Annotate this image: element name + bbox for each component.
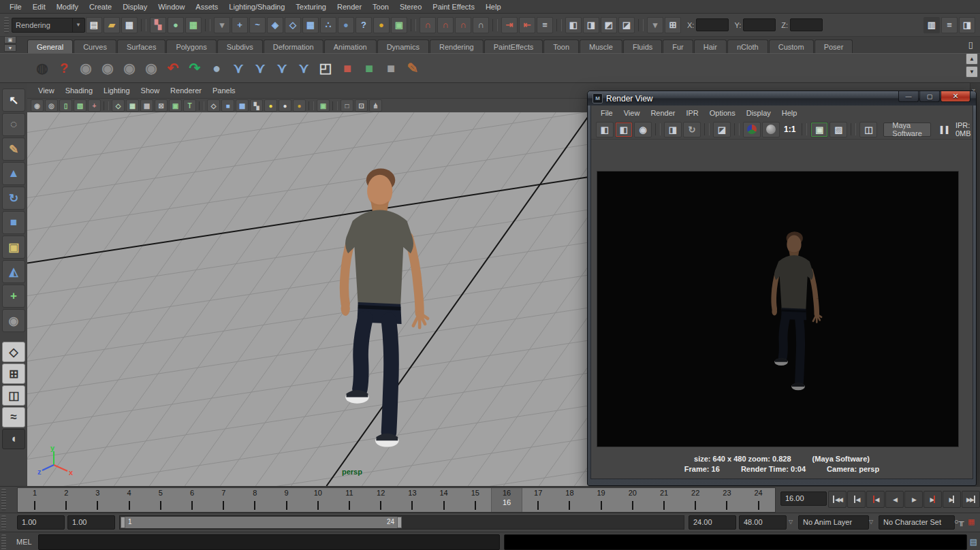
menu-texturing[interactable]: Texturing [290, 1, 332, 12]
paint-select-tool-icon[interactable]: ✎ [2, 138, 25, 161]
close-button[interactable]: ✕ [941, 91, 970, 102]
display-alpha-channel-icon[interactable] [762, 122, 780, 138]
open-render-settings-icon[interactable]: ▣ [810, 122, 828, 138]
shelf-tab-animation[interactable]: Animation [324, 39, 377, 53]
cluster-handle-1-icon[interactable]: ⋎ [227, 57, 249, 79]
play-backwards-icon[interactable]: ◀ [885, 491, 904, 508]
select-by-component-icon[interactable]: ▦ [185, 17, 202, 33]
step-back-frame-icon[interactable]: ◀ [847, 491, 866, 508]
snap-magnet-plane-icon[interactable]: ∩ [473, 17, 489, 33]
trash-icon[interactable]: ▯ [968, 39, 973, 50]
shelf-tab-dynamics[interactable]: Dynamics [377, 39, 429, 53]
menu-create[interactable]: Create [84, 1, 117, 12]
real-size-icon[interactable]: 1:1 [781, 123, 798, 137]
save-scene-icon[interactable]: ▦ [121, 17, 138, 33]
channel-box-icon[interactable]: ▥ [923, 17, 940, 33]
anim-layer-select[interactable]: No Anim Layer [798, 515, 869, 530]
ipr-render-icon[interactable]: ◨ [664, 122, 682, 138]
menu-shading[interactable]: Shading [60, 85, 98, 96]
playback-end-field[interactable]: 24.00 [689, 515, 736, 530]
auto-keyframe-icon[interactable]: ▦ [968, 517, 975, 526]
command-input[interactable] [38, 534, 500, 550]
snap-to-grid-icon[interactable]: + [232, 17, 248, 33]
menu-stereo[interactable]: Stereo [394, 1, 427, 12]
menu-options[interactable]: Options [704, 108, 741, 118]
chevron-down-icon[interactable]: ▽ [869, 519, 873, 525]
display-rgb-channels-icon[interactable] [743, 122, 761, 138]
animation-start-field[interactable]: 1.00 [17, 515, 65, 530]
command-line-grip[interactable] [1, 534, 6, 550]
menu-lighting-shading[interactable]: Lighting/Shading [223, 1, 290, 12]
textured-display-icon[interactable]: ▩ [236, 99, 249, 112]
frame-15[interactable]: 15 [460, 488, 491, 512]
make-live-icon[interactable]: ● [338, 17, 354, 33]
menu-ipr[interactable]: IPR [680, 108, 704, 118]
help-line-icon[interactable]: ? [355, 17, 372, 33]
refresh-ipr-icon[interactable]: ↻ [683, 122, 701, 138]
animation-end-field[interactable]: 48.00 [739, 515, 787, 530]
select-by-object-icon[interactable]: ● [168, 17, 184, 33]
shelf-tab-fluids[interactable]: Fluids [623, 39, 662, 53]
gate-mask-icon[interactable]: ▩ [140, 99, 153, 112]
cluster-handle-4-icon[interactable]: ⋎ [293, 57, 315, 79]
playback-start-field[interactable]: 1.00 [67, 515, 115, 530]
scroll-down-icon[interactable]: ▼ [966, 66, 978, 78]
quick-rename-icon[interactable]: ⊞ [665, 17, 681, 33]
menu-help[interactable]: Help [480, 1, 507, 12]
frame-23[interactable]: 23 [711, 488, 742, 512]
y-coordinate-field[interactable] [743, 18, 776, 31]
frame-11[interactable]: 11 [334, 488, 365, 512]
construction-history-icon[interactable]: ≡ [537, 17, 553, 33]
shelf-tab-subdivs[interactable]: Subdivs [217, 39, 263, 53]
render-view-titlebar[interactable]: M Render View — ▢ ✕ [588, 91, 976, 106]
highlight-selection-icon[interactable]: ▣ [391, 17, 407, 33]
range-end-handle[interactable] [397, 517, 402, 528]
range-slider-grip[interactable] [1, 515, 6, 530]
frame-14[interactable]: 14 [428, 488, 460, 512]
snap-to-curve-icon[interactable]: ~ [249, 17, 266, 33]
menu-render[interactable]: Render [332, 1, 367, 12]
script-editor-icon[interactable]: ▤ [970, 537, 977, 547]
menu-modify[interactable]: Modify [51, 1, 84, 12]
frame-13[interactable]: 13 [396, 488, 428, 512]
region-render-icon[interactable]: ◪ [618, 17, 635, 33]
show-manipulator-tool-icon[interactable]: + [2, 285, 25, 308]
menu-lighting[interactable]: Lighting [98, 85, 136, 96]
light-flat-icon[interactable]: ● [279, 99, 291, 112]
frame-5[interactable]: 5 [145, 488, 176, 512]
new-scene-icon[interactable]: ▤ [86, 17, 102, 33]
frame-16[interactable]: 1616 [491, 488, 522, 512]
input-connections-icon[interactable]: ⇥ [501, 17, 518, 33]
menu-render[interactable]: Render [645, 108, 680, 118]
frame-10[interactable]: 10 [302, 488, 334, 512]
menu-file[interactable]: File [595, 108, 618, 118]
shelf-tab-surfaces[interactable]: Surfaces [117, 39, 165, 53]
frame-4[interactable]: 4 [114, 488, 145, 512]
snap-particles-icon[interactable]: ∴ [320, 17, 336, 33]
remove-image-icon[interactable]: ▨ [829, 122, 847, 138]
maximize-button[interactable]: ▢ [919, 91, 940, 102]
minimize-button[interactable]: — [898, 91, 919, 102]
select-component-mode-icon[interactable]: ■ [358, 57, 380, 79]
field-chart-icon[interactable]: ⊠ [155, 99, 168, 112]
menu-assets[interactable]: Assets [190, 1, 223, 12]
playback-range-bar[interactable]: 1 24 [121, 517, 402, 528]
render-current-frame-icon[interactable]: ◧ [565, 17, 582, 33]
shelf-tab-hair[interactable]: Hair [694, 39, 727, 53]
command-language-label[interactable]: MEL [16, 538, 32, 546]
snap-magnet-point-icon[interactable]: ∩ [455, 17, 471, 33]
menu-display[interactable]: Display [117, 1, 153, 12]
snap-combo-icon[interactable]: ▾ [214, 17, 230, 33]
light-gold-icon[interactable]: ● [293, 99, 306, 112]
xray-joints-icon[interactable]: ⊡ [355, 99, 368, 112]
cluster-handle-3-icon[interactable]: ⋎ [271, 57, 293, 79]
time-slider[interactable]: 1234567891011121314151616171819202122232… [17, 487, 776, 513]
menu-view[interactable]: View [33, 85, 60, 96]
camera-roll-tool-icon[interactable]: ◉ [75, 57, 97, 79]
menu-show[interactable]: Show [136, 85, 165, 96]
layout-outliner-persp-icon[interactable]: ◫ [2, 385, 25, 406]
safe-title-icon[interactable]: T [183, 99, 196, 112]
current-tool-camera-icon[interactable]: ◉ [2, 309, 25, 332]
shelf-tab-curves[interactable]: Curves [74, 39, 116, 53]
scroll-up-icon[interactable]: ▲ [966, 53, 978, 65]
